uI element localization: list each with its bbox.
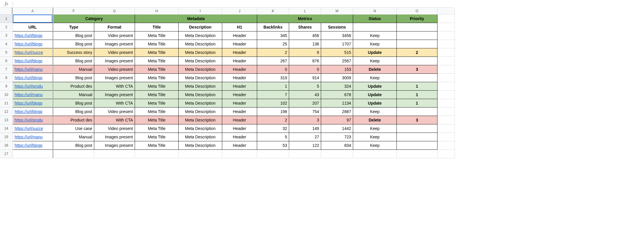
cell-title[interactable]: Meta Title — [135, 74, 179, 82]
cell-shares[interactable]: 5 — [289, 82, 321, 91]
col-header-k[interactable]: K — [257, 8, 289, 15]
row-header-10[interactable]: 10 — [0, 91, 13, 99]
cell-format[interactable]: With CTA — [94, 99, 135, 108]
cell-backlinks[interactable]: 319 — [257, 74, 289, 82]
section-category[interactable]: Category — [54, 15, 135, 23]
cell-empty[interactable] — [353, 150, 397, 158]
cell-blank[interactable] — [437, 99, 455, 108]
cell-empty[interactable] — [179, 150, 222, 158]
cell-priority[interactable]: 3 — [397, 65, 437, 74]
cell-blank[interactable] — [437, 65, 455, 74]
cell-sessions[interactable]: 2567 — [321, 57, 353, 65]
cell-h1[interactable]: Header — [222, 40, 257, 48]
cell-shares[interactable]: 43 — [289, 91, 321, 99]
cell-empty[interactable] — [13, 150, 54, 158]
cell-url[interactable]: https://url/blogp — [13, 57, 54, 65]
cell-url[interactable]: https://url/blogp — [13, 141, 54, 150]
cell-type[interactable]: Blog post — [54, 141, 94, 150]
col-header-h[interactable]: H — [135, 8, 179, 15]
cell-sessions[interactable]: 1442 — [321, 124, 353, 133]
cell-h1[interactable]: Header — [222, 108, 257, 116]
cell-blank[interactable] — [437, 31, 455, 40]
cell-type[interactable]: Product des — [54, 116, 94, 124]
cell-priority[interactable] — [397, 133, 437, 141]
cell-title[interactable]: Meta Title — [135, 91, 179, 99]
cell-description[interactable]: Meta Description — [179, 65, 222, 74]
cell-url[interactable]: https://url/succe — [13, 48, 54, 57]
formula-input[interactable] — [13, 0, 454, 7]
cell-status[interactable]: Keep — [353, 74, 397, 82]
header-title[interactable]: Title — [135, 23, 179, 31]
cell-backlinks[interactable]: 32 — [257, 124, 289, 133]
header-status-blank[interactable] — [353, 23, 397, 31]
cell-status[interactable]: Update — [353, 82, 397, 91]
cell-url[interactable]: https://url/succe — [13, 124, 54, 133]
cell-blank[interactable] — [437, 141, 455, 150]
cell-backlinks[interactable]: 0 — [257, 65, 289, 74]
cell-description[interactable]: Meta Description — [179, 108, 222, 116]
cell-status[interactable]: Keep — [353, 124, 397, 133]
cell-sessions[interactable]: 324 — [321, 82, 353, 91]
cell-priority[interactable] — [397, 31, 437, 40]
cell-title[interactable]: Meta Title — [135, 31, 179, 40]
cell-empty[interactable] — [397, 150, 437, 158]
header-sessions[interactable]: Sessions — [321, 23, 353, 31]
cell-status[interactable]: Update — [353, 99, 397, 108]
cell-empty[interactable] — [289, 150, 321, 158]
row-header-6[interactable]: 6 — [0, 57, 13, 65]
cell-backlinks[interactable]: 102 — [257, 99, 289, 108]
cell-backlinks[interactable]: 25 — [257, 40, 289, 48]
cell-a1[interactable] — [13, 15, 54, 23]
cell-blank[interactable] — [437, 48, 455, 57]
cell-status[interactable]: Keep — [353, 133, 397, 141]
cell-description[interactable]: Meta Description — [179, 91, 222, 99]
row-header-8[interactable]: 8 — [0, 74, 13, 82]
cell-priority[interactable] — [397, 40, 437, 48]
cell-type[interactable]: Manual — [54, 65, 94, 74]
cell-status[interactable]: Delete — [353, 116, 397, 124]
header-h1[interactable]: H1 — [222, 23, 257, 31]
section-priority[interactable]: Priority — [397, 15, 437, 23]
cell-status[interactable]: Keep — [353, 108, 397, 116]
grid[interactable]: A F G H I J K L M N O 1 Category Metadat… — [0, 8, 454, 158]
cell-title[interactable]: Meta Title — [135, 82, 179, 91]
cell-h1[interactable]: Header — [222, 65, 257, 74]
col-header-j[interactable]: J — [222, 8, 257, 15]
cell-url[interactable]: https://url/manu — [13, 65, 54, 74]
cell-backlinks[interactable]: 2 — [257, 116, 289, 124]
cell-url[interactable]: https://url/blogp — [13, 74, 54, 82]
section-metadata[interactable]: Metadata — [135, 15, 257, 23]
cell-type[interactable]: Blog post — [54, 108, 94, 116]
cell-empty[interactable] — [222, 150, 257, 158]
cell-empty[interactable] — [321, 150, 353, 158]
header-type[interactable]: Type — [54, 23, 94, 31]
cell-blank[interactable] — [437, 74, 455, 82]
cell-url[interactable]: https://url/manu — [13, 91, 54, 99]
cell-type[interactable]: Manual — [54, 133, 94, 141]
cell-shares[interactable]: 27 — [289, 133, 321, 141]
cell-description[interactable]: Meta Description — [179, 82, 222, 91]
cell-format[interactable]: Images present — [94, 57, 135, 65]
row-header-15[interactable]: 15 — [0, 133, 13, 141]
cell-priority[interactable]: 1 — [397, 82, 437, 91]
header-description[interactable]: Description — [179, 23, 222, 31]
cell-h1[interactable]: Header — [222, 99, 257, 108]
row-header-1[interactable]: 1 — [0, 15, 13, 23]
cell-sessions[interactable]: 3009 — [321, 74, 353, 82]
cell-status[interactable]: Delete — [353, 65, 397, 74]
cell-type[interactable]: Success story — [54, 48, 94, 57]
cell-priority[interactable] — [397, 141, 437, 150]
cell-format[interactable]: Video present — [94, 124, 135, 133]
cell-format[interactable]: Images present — [94, 133, 135, 141]
cell-backlinks[interactable]: 2 — [257, 48, 289, 57]
cell-shares[interactable]: 122 — [289, 141, 321, 150]
cell-priority[interactable]: 1 — [397, 91, 437, 99]
cell-format[interactable]: Images present — [94, 141, 135, 150]
cell-blank[interactable] — [437, 108, 455, 116]
cell-sessions[interactable]: 153 — [321, 65, 353, 74]
cell-blank[interactable] — [437, 116, 455, 124]
header-url[interactable]: URL — [13, 23, 54, 31]
col-header-blank[interactable] — [437, 8, 455, 15]
col-header-a[interactable]: A — [13, 8, 54, 15]
cell-format[interactable]: Video present — [94, 65, 135, 74]
